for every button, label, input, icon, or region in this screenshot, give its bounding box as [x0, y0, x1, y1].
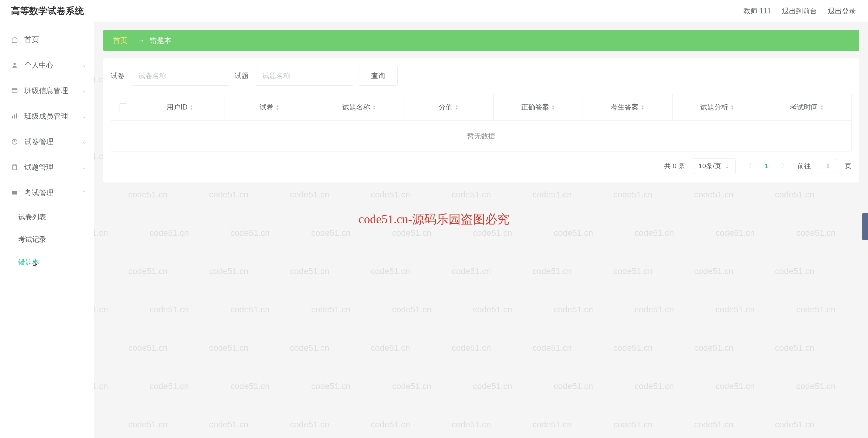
col-correct-answer[interactable]: 正确答案▲▼: [494, 94, 583, 120]
sort-icon: ▲▼: [731, 105, 734, 110]
col-user-id[interactable]: 用户ID▲▼: [135, 94, 225, 120]
sidebar-sub-exam-record[interactable]: 考试记录: [0, 228, 94, 251]
svg-rect-1: [12, 89, 17, 92]
query-button[interactable]: 查询: [359, 66, 398, 86]
sidebar-label: 考试管理: [24, 188, 54, 198]
svg-point-0: [13, 63, 16, 65]
chevron-down-icon: ⌄: [82, 87, 87, 94]
sidebar-item-exam-mgmt[interactable]: 考试管理 ⌃: [0, 180, 94, 206]
question-icon: [11, 164, 18, 171]
class-icon: [11, 87, 18, 94]
chevron-down-icon: ⌄: [724, 162, 730, 170]
members-icon: [11, 113, 18, 120]
user-icon: [11, 61, 18, 69]
jump-suffix: 页: [845, 162, 851, 171]
sidebar-label: 首页: [24, 35, 39, 45]
exit-front-link[interactable]: 退出到前台: [782, 6, 817, 16]
total-count: 共 0 条: [664, 162, 685, 171]
content-panel: 试卷 试题 查询 用户ID▲▼ 试卷▲▼ 试题名称▲▼ 分值▲▼ 正确答案▲▼ …: [103, 58, 859, 182]
sidebar-label: 试卷管理: [24, 137, 54, 147]
chevron-down-icon: ⌄: [82, 164, 87, 171]
sidebar-label: 试题管理: [24, 163, 54, 172]
paper-filter-label: 试卷: [111, 71, 125, 81]
col-exam-time[interactable]: 考试时间▲▼: [762, 94, 851, 120]
checkbox[interactable]: [119, 104, 127, 111]
svg-rect-7: [14, 165, 16, 166]
sort-icon: ▲▼: [276, 105, 279, 110]
breadcrumb: 首页 → 错题本: [103, 30, 859, 51]
user-label[interactable]: 教师 111: [743, 6, 771, 16]
sidebar-sub-paper-list[interactable]: 试卷列表: [0, 206, 94, 228]
chevron-down-icon: ⌄: [82, 62, 87, 68]
pagination: 共 0 条 10条/页 ⌄ 〈 1 〉 前往 页: [111, 158, 851, 174]
svg-rect-3: [14, 115, 15, 119]
sidebar-item-personal[interactable]: 个人中心 ⌄: [0, 52, 94, 78]
question-name-input[interactable]: [256, 66, 353, 86]
jump-page-input[interactable]: [819, 159, 837, 173]
paper-name-input[interactable]: [132, 66, 229, 86]
sidebar-item-paper-mgmt[interactable]: 试卷管理 ⌄: [0, 129, 94, 154]
sort-icon: ▲▼: [552, 105, 555, 110]
sort-icon: ▲▼: [820, 105, 824, 110]
question-filter-label: 试题: [235, 71, 249, 81]
sort-icon: ▲▼: [190, 105, 193, 110]
col-score[interactable]: 分值▲▼: [404, 94, 494, 120]
sidebar-sub-wrong-book[interactable]: 错题本: [0, 251, 94, 273]
select-all-col[interactable]: [111, 94, 135, 120]
home-icon: [11, 36, 18, 43]
svg-rect-2: [12, 116, 13, 118]
table-header: 用户ID▲▼ 试卷▲▼ 试题名称▲▼ 分值▲▼ 正确答案▲▼ 考生答案▲▼ 试题…: [111, 94, 851, 121]
sidebar-item-class-info[interactable]: 班级信息管理 ⌄: [0, 78, 94, 104]
paper-icon: [11, 138, 18, 145]
svg-rect-6: [13, 165, 17, 170]
sidebar: 首页 个人中心 ⌄ 班级信息管理 ⌄ 班级成员管理 ⌄: [0, 22, 94, 438]
col-paper[interactable]: 试卷▲▼: [225, 94, 315, 120]
app-logo: 高等数学试卷系统: [11, 5, 84, 17]
current-page[interactable]: 1: [762, 162, 771, 170]
sidebar-label: 班级成员管理: [24, 111, 68, 121]
svg-rect-8: [12, 191, 17, 195]
breadcrumb-current: 错题本: [150, 36, 172, 45]
chevron-up-icon: ⌃: [82, 189, 87, 196]
sort-icon: ▲▼: [641, 105, 644, 110]
chevron-down-icon: ⌄: [82, 138, 87, 145]
prev-page[interactable]: 〈: [743, 162, 754, 171]
table-empty: 暂无数据: [111, 121, 851, 151]
sort-icon: ▲▼: [455, 105, 458, 110]
logout-link[interactable]: 退出登录: [828, 6, 856, 16]
col-analysis[interactable]: 试题分析▲▼: [673, 94, 762, 120]
breadcrumb-sep: →: [137, 36, 145, 45]
exam-icon: [11, 189, 18, 197]
col-student-answer[interactable]: 考生答案▲▼: [583, 94, 673, 120]
sidebar-item-home[interactable]: 首页: [0, 27, 94, 52]
sidebar-label: 考试记录: [18, 235, 46, 244]
top-header: 高等数学试卷系统 教师 111 退出到前台 退出登录: [0, 0, 868, 22]
svg-rect-4: [16, 113, 17, 119]
filter-row: 试卷 试题 查询: [111, 66, 851, 86]
jump-label: 前往: [798, 162, 811, 171]
breadcrumb-home[interactable]: 首页: [113, 36, 128, 45]
col-question-name[interactable]: 试题名称▲▼: [314, 94, 404, 120]
chevron-down-icon: ⌄: [82, 113, 87, 120]
side-drawer-handle[interactable]: [862, 213, 868, 240]
next-page[interactable]: 〉: [779, 162, 789, 171]
sidebar-label: 错题本: [18, 257, 39, 267]
data-table: 用户ID▲▼ 试卷▲▼ 试题名称▲▼ 分值▲▼ 正确答案▲▼ 考生答案▲▼ 试题…: [111, 94, 851, 151]
sidebar-label: 试卷列表: [18, 212, 46, 222]
sort-icon: ▲▼: [373, 105, 376, 110]
sidebar-label: 班级信息管理: [24, 86, 68, 95]
page-size-select[interactable]: 10条/页 ⌄: [693, 158, 736, 174]
sidebar-item-question-mgmt[interactable]: 试题管理 ⌄: [0, 154, 94, 180]
sidebar-item-class-member[interactable]: 班级成员管理 ⌄: [0, 104, 94, 129]
sidebar-label: 个人中心: [24, 60, 54, 70]
